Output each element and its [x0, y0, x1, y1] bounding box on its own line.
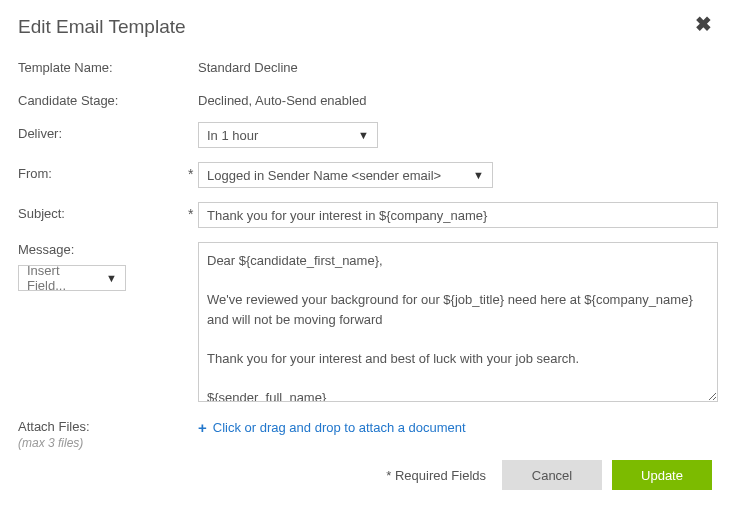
req-spacer [188, 56, 198, 60]
message-field [198, 242, 718, 405]
row-attach: Attach Files: (max 3 files) + Click or d… [18, 419, 712, 450]
update-button[interactable]: Update [612, 460, 712, 490]
deliver-label: Deliver: [18, 122, 188, 141]
attach-note: (max 3 files) [18, 436, 188, 450]
close-icon[interactable]: ✖ [695, 14, 712, 34]
attach-label-col: Attach Files: (max 3 files) [18, 419, 188, 450]
deliver-field: In 1 hour ▼ [198, 122, 712, 148]
req-spacer [188, 122, 198, 126]
row-candidate-stage: Candidate Stage: Declined, Auto-Send ena… [18, 89, 712, 108]
attach-dropzone[interactable]: + Click or drag and drop to attach a doc… [198, 419, 466, 436]
message-textarea[interactable] [198, 242, 718, 402]
from-required: * [188, 162, 198, 182]
row-deliver: Deliver: In 1 hour ▼ [18, 122, 712, 148]
row-template-name: Template Name: Standard Decline [18, 56, 712, 75]
message-label-col: Message: Insert Field... ▼ [18, 242, 188, 291]
modal-title: Edit Email Template [18, 16, 712, 38]
from-select-value: Logged in Sender Name <sender email> [207, 168, 441, 183]
modal-footer: * Required Fields Cancel Update [18, 460, 712, 490]
subject-input[interactable] [198, 202, 718, 228]
cancel-button[interactable]: Cancel [502, 460, 602, 490]
row-message: Message: Insert Field... ▼ [18, 242, 712, 405]
chevron-down-icon: ▼ [106, 272, 117, 284]
subject-field [198, 202, 718, 228]
insert-field-value: Insert Field... [27, 263, 98, 293]
attach-label: Attach Files: [18, 419, 188, 434]
required-fields-note: * Required Fields [386, 468, 486, 483]
chevron-down-icon: ▼ [473, 169, 484, 181]
attach-link-text: Click or drag and drop to attach a docum… [213, 420, 466, 435]
req-spacer [188, 419, 198, 423]
req-spacer [188, 242, 198, 246]
edit-email-template-modal: ✖ Edit Email Template Template Name: Sta… [0, 0, 730, 510]
from-field: Logged in Sender Name <sender email> ▼ [198, 162, 712, 188]
req-spacer [188, 89, 198, 93]
template-name-label: Template Name: [18, 56, 188, 75]
message-label: Message: [18, 242, 188, 257]
row-subject: Subject: * [18, 202, 712, 228]
row-from: From: * Logged in Sender Name <sender em… [18, 162, 712, 188]
candidate-stage-label: Candidate Stage: [18, 89, 188, 108]
template-name-value: Standard Decline [198, 56, 712, 75]
plus-icon: + [198, 419, 207, 436]
from-label: From: [18, 162, 188, 181]
deliver-select[interactable]: In 1 hour ▼ [198, 122, 378, 148]
chevron-down-icon: ▼ [358, 129, 369, 141]
subject-label: Subject: [18, 202, 188, 221]
deliver-select-value: In 1 hour [207, 128, 258, 143]
from-select[interactable]: Logged in Sender Name <sender email> ▼ [198, 162, 493, 188]
insert-field-select[interactable]: Insert Field... ▼ [18, 265, 126, 291]
subject-required: * [188, 202, 198, 222]
candidate-stage-value: Declined, Auto-Send enabled [198, 89, 712, 108]
attach-field: + Click or drag and drop to attach a doc… [198, 419, 712, 436]
